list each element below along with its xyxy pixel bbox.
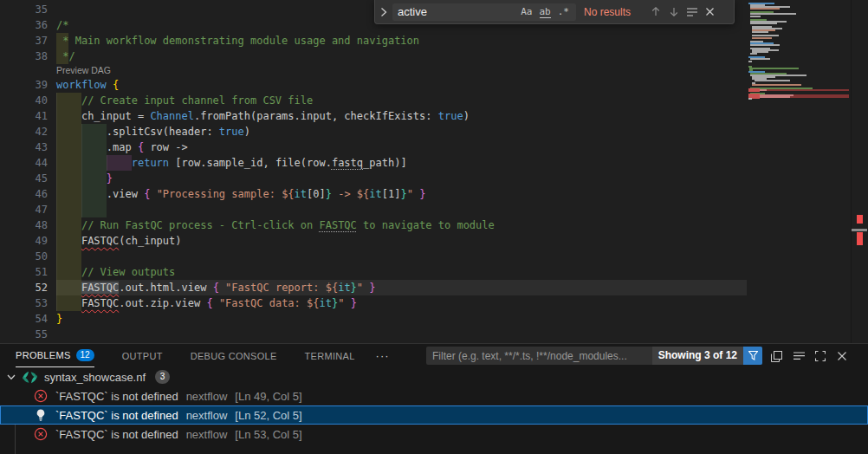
line-number: 44 <box>0 155 48 171</box>
cursor-position-mark <box>852 229 867 231</box>
line-number: 54 <box>0 311 48 327</box>
lightbulb-icon <box>34 408 48 422</box>
line-number: 45 <box>0 171 48 186</box>
filter-placeholder: Filter (e.g. text, **/*.ts, !**/node_mod… <box>432 350 652 362</box>
line-number: 42 <box>0 124 48 139</box>
code-line[interactable]: 43 .map { row -> <box>56 139 747 155</box>
problem-row[interactable]: `FASTQC` is not definednextflow[Ln 49, C… <box>0 386 868 405</box>
problem-message: `FASTQC` is not defined <box>55 390 178 403</box>
close-panel-icon[interactable] <box>833 347 851 365</box>
line-number: 39 <box>0 77 48 93</box>
line-number: 55 <box>0 327 48 342</box>
error-icon <box>34 427 48 441</box>
regex-icon[interactable]: .* <box>554 6 573 17</box>
line-number: 50 <box>0 249 48 264</box>
nextflow-file-icon <box>22 371 38 384</box>
indent-highlight <box>81 202 107 217</box>
indent-guide <box>56 249 57 264</box>
match-case-icon[interactable]: Aa <box>517 6 535 17</box>
line-number: 37 <box>0 33 48 49</box>
indent-highlight <box>56 249 81 264</box>
code-line[interactable]: 46 .view { "Processing sample: ${it[0]} … <box>56 186 747 202</box>
code-line[interactable]: 42 .splitCsv(header: true) <box>56 124 747 139</box>
whole-word-icon[interactable]: ab <box>536 6 554 17</box>
code-line[interactable]: 40 // Create input channel from CSV file <box>56 93 747 108</box>
tab-debug-console[interactable]: DEBUG CONSOLE <box>191 344 277 367</box>
find-previous-icon[interactable] <box>646 3 664 22</box>
overview-ruler[interactable] <box>851 0 868 343</box>
problems-panel: PROBLEMS 12 OUTPUT DEBUG CONSOLE TERMINA… <box>0 343 868 454</box>
problem-row[interactable]: `FASTQC` is not definednextflow[Ln 53, C… <box>0 425 868 444</box>
problem-message: `FASTQC` is not defined <box>55 428 178 441</box>
line-number: 36 <box>0 17 48 33</box>
minimap-line <box>748 100 849 101</box>
code-line[interactable]: 49 FASTQC(ch_input) <box>56 233 747 249</box>
panel-header: PROBLEMS 12 OUTPUT DEBUG CONSOLE TERMINA… <box>0 344 868 367</box>
line-number: 53 <box>0 295 48 311</box>
code-line[interactable]: 37 * Main workflow demonstrating module … <box>56 33 747 49</box>
indent-guide <box>81 202 82 217</box>
showing-count-badge: Showing 3 of 12 <box>652 347 743 365</box>
error-mark <box>857 215 863 224</box>
code-line[interactable]: 53 FASTQC.out.zip.view { "FastQC data: $… <box>56 295 747 311</box>
more-tabs-icon[interactable]: ··· <box>376 349 390 362</box>
problem-position: [Ln 53, Col 5] <box>235 428 301 441</box>
line-number: 49 <box>0 233 48 249</box>
code-line[interactable]: 41 ch_input = Channel.fromPath(params.in… <box>56 108 747 124</box>
line-number: 38 <box>0 49 48 64</box>
code-line[interactable]: 48 // Run FastQC process - Ctrl-click on… <box>56 217 747 233</box>
line-number: 48 <box>0 217 48 233</box>
maximize-panel-icon[interactable] <box>812 347 829 365</box>
indent-highlight <box>56 202 81 217</box>
problem-source: nextflow <box>186 390 228 403</box>
tab-problems[interactable]: PROBLEMS 12 <box>16 344 94 367</box>
chevron-down-icon <box>5 371 17 383</box>
problem-source: nextflow <box>186 409 228 422</box>
code-line[interactable]: 38 */ <box>56 49 747 64</box>
problem-row[interactable]: `FASTQC` is not definednextflow[Ln 52, C… <box>0 405 868 425</box>
file-problem-count-badge: 3 <box>155 370 170 384</box>
code-line[interactable]: 39workflow { <box>56 77 747 93</box>
code-line[interactable]: 45 } <box>56 171 747 186</box>
find-widget: active Aa ab .* No results <box>374 0 735 24</box>
code-line[interactable]: 52 FASTQC.out.html.view { "FastQC report… <box>56 280 747 295</box>
find-in-selection-icon[interactable] <box>683 3 701 22</box>
line-number: 46 <box>0 186 48 202</box>
code-line[interactable]: 50 <box>56 249 747 264</box>
line-number: 51 <box>0 264 48 280</box>
problems-filter-input[interactable]: Filter (e.g. text, **/*.ts, !**/node_mod… <box>426 347 762 365</box>
collapse-all-icon[interactable] <box>790 347 807 365</box>
line-number: 43 <box>0 139 48 155</box>
error-icon <box>34 389 48 403</box>
close-find-icon[interactable] <box>701 3 719 22</box>
tab-terminal[interactable]: TERMINAL <box>305 344 355 367</box>
line-number: 47 <box>0 202 48 217</box>
problems-count-badge: 12 <box>76 349 94 361</box>
filter-funnel-icon[interactable] <box>743 347 762 365</box>
code-line[interactable]: 44 return [row.sample_id, file(row.fastq… <box>56 155 747 171</box>
indent-guide <box>56 202 57 217</box>
code-editor[interactable]: 3536/*37 * Main workflow demonstrating m… <box>0 0 868 343</box>
error-mark <box>857 232 863 245</box>
codelens-preview-dag[interactable]: Preview DAG <box>56 64 747 77</box>
find-next-icon[interactable] <box>664 3 683 22</box>
view-as-table-icon[interactable] <box>768 347 785 365</box>
line-number: 52 <box>0 280 48 295</box>
line-number: 41 <box>0 108 48 124</box>
code-lines[interactable]: 3536/*37 * Main workflow demonstrating m… <box>56 2 747 342</box>
code-line[interactable]: 54} <box>56 311 747 327</box>
problem-position: [Ln 49, Col 5] <box>235 390 301 403</box>
problem-source: nextflow <box>186 428 228 441</box>
find-query[interactable]: active <box>398 5 517 18</box>
code-line[interactable]: 51 // View outputs <box>56 264 747 280</box>
line-number: 40 <box>0 93 48 108</box>
find-input[interactable]: active Aa ab .* <box>392 3 576 21</box>
code-line[interactable]: 55 <box>56 327 747 342</box>
problems-file-row[interactable]: syntax_showcase.nf 3 <box>0 367 868 386</box>
code-line[interactable]: 47 <box>56 202 747 217</box>
tab-output[interactable]: OUTPUT <box>122 344 163 367</box>
line-number: 35 <box>0 2 48 17</box>
problems-tree: syntax_showcase.nf 3 `FASTQC` is not def… <box>0 367 868 444</box>
toggle-replace-chevron-icon[interactable] <box>375 0 392 24</box>
minimap[interactable] <box>747 0 851 343</box>
